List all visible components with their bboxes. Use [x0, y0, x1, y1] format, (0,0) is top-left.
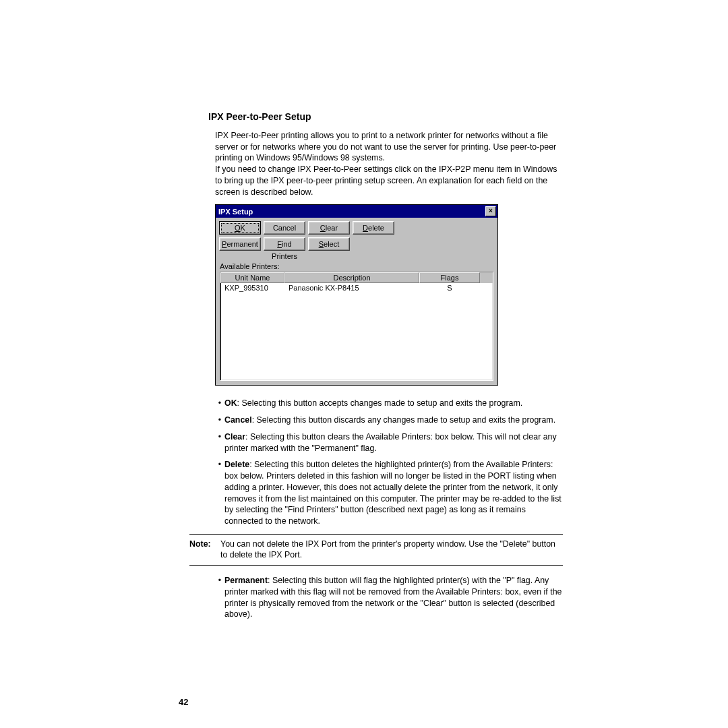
cell-flags: S	[419, 283, 480, 293]
bullet-clear: • Clear: Selecting this button clears th…	[215, 431, 563, 454]
clear-text: : Selecting this button clears the Avail…	[224, 432, 557, 453]
bullet-icon: •	[215, 575, 224, 620]
permanent-label: Permanent	[224, 576, 268, 585]
dialog-title: IPX Setup	[218, 208, 253, 216]
bullet-icon: •	[215, 415, 224, 426]
ok-text: : Selecting this button accepts changes …	[237, 398, 523, 408]
available-printers-label: Available Printers:	[216, 253, 497, 272]
bullet-list-top: • OK: Selecting this button accepts chan…	[215, 398, 563, 526]
col-unit-name[interactable]: Unit Name	[220, 272, 284, 283]
ok-label: OK	[224, 398, 237, 408]
dialog-titlebar: IPX Setup ×	[216, 205, 497, 218]
cancel-text: : Selecting this button discards any cha…	[252, 415, 555, 425]
cancel-button[interactable]: Cancel	[264, 221, 305, 235]
bullet-cancel: • Cancel: Selecting this button discards…	[215, 415, 563, 426]
permanent-button[interactable]: Permanent	[219, 237, 261, 251]
bullet-delete: • Delete: Selecting this button deletes …	[215, 459, 563, 526]
clear-button[interactable]: Clear	[308, 221, 350, 235]
page-number: 42	[179, 697, 188, 707]
col-flags[interactable]: Flags	[419, 272, 480, 283]
dialog-button-area: OK Cancel Clear Delete Permanent Find Pr…	[216, 218, 497, 253]
note-label: Note:	[189, 539, 220, 561]
ipx-setup-dialog: IPX Setup × OK Cancel Clear Delete Perma…	[215, 204, 498, 386]
list-item[interactable]: KXP_995310 Panasonic KX-P8415 S	[220, 283, 493, 293]
intro-paragraphs: IPX Peer-to-Peer printing allows you to …	[215, 130, 563, 198]
section-title: IPX Peer-to-Peer Setup	[208, 111, 563, 122]
bullet-icon: •	[215, 431, 224, 454]
listview-header: Unit Name Description Flags	[220, 272, 493, 283]
delete-text: : Selecting this button deletes the high…	[224, 460, 562, 526]
select-button[interactable]: Select	[308, 237, 350, 251]
delete-label: Delete	[224, 460, 249, 469]
col-description[interactable]: Description	[284, 272, 419, 283]
ok-button[interactable]: OK	[219, 221, 261, 235]
cancel-label: Cancel	[224, 415, 252, 425]
bullet-icon: •	[215, 459, 224, 526]
find-printers-button[interactable]: Find Printers	[264, 237, 305, 251]
bullet-icon: •	[215, 398, 224, 409]
cell-unit: KXP_995310	[220, 283, 284, 293]
permanent-text: : Selecting this button will flag the hi…	[224, 576, 562, 619]
note-text: You can not delete the IPX Port from the…	[220, 539, 563, 561]
close-icon[interactable]: ×	[485, 206, 496, 216]
para1: IPX Peer-to-Peer printing allows you to …	[215, 131, 556, 162]
bullet-list-bottom: • Permanent: Selecting this button will …	[215, 575, 563, 620]
note-block: Note: You can not delete the IPX Port fr…	[189, 534, 563, 566]
page-content: IPX Peer-to-Peer Setup IPX Peer-to-Peer …	[179, 111, 563, 626]
button-row-1: OK Cancel Clear Delete	[219, 221, 494, 235]
clear-label: Clear	[224, 432, 245, 442]
button-row-2: Permanent Find Printers Select	[219, 237, 494, 251]
cell-desc: Panasonic KX-P8415	[284, 283, 419, 293]
bullet-ok: • OK: Selecting this button accepts chan…	[215, 398, 563, 409]
printers-listview[interactable]: Unit Name Description Flags KXP_995310 P…	[220, 272, 493, 381]
delete-button[interactable]: Delete	[353, 221, 394, 235]
para2: If you need to change IPX Peer-to-Peer s…	[215, 164, 557, 196]
bullet-permanent: • Permanent: Selecting this button will …	[215, 575, 563, 620]
